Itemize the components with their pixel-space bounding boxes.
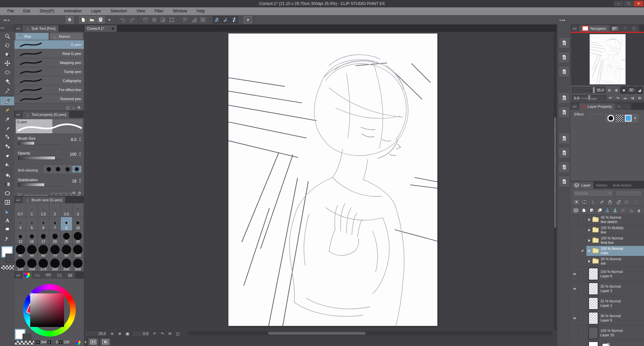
menu-animation[interactable]: Animation: [59, 7, 86, 15]
material-image-icon[interactable]: [558, 147, 570, 158]
delete-layer-icon[interactable]: [636, 207, 642, 214]
tone-effect-button[interactable]: [616, 115, 623, 122]
brush-size-40[interactable]: 40: [15, 245, 26, 258]
material-3d-icon[interactable]: [558, 161, 570, 173]
tool-figure[interactable]: [0, 189, 14, 198]
brush-size-100[interactable]: 100: [72, 245, 84, 258]
sub-tool-tab[interactable]: Sub Tool [Pen]: [22, 25, 58, 32]
color-mode-icon[interactable]: [76, 340, 80, 345]
tool-balloon[interactable]: [0, 225, 14, 234]
snap-to-ruler-icon[interactable]: [213, 16, 221, 23]
draft-layer-icon[interactable]: [598, 199, 605, 205]
tool-text[interactable]: A: [0, 216, 14, 225]
subtool-item-calligraphy[interactable]: Calligraphy: [14, 76, 84, 85]
tool-pen[interactable]: [0, 96, 14, 106]
layer-visibility-empty[interactable]: [571, 235, 579, 246]
color-wheel-tab[interactable]: [22, 272, 32, 279]
layer-row-layer-6[interactable]: 100 % NormalLayer 6: [571, 267, 644, 281]
snap-to-grid-icon[interactable]: [230, 16, 238, 23]
color-set-tab[interactable]: [43, 272, 54, 279]
menu-layer[interactable]: Layer: [86, 7, 106, 15]
anti-aliasing-none[interactable]: [44, 166, 53, 172]
effect-dropdown-icon[interactable]: ▼: [634, 117, 637, 120]
navigator-tab[interactable]: Navigator: [579, 25, 609, 32]
right-dock-arrows[interactable]: ◂▸▸: [556, 18, 569, 22]
brush-size-170[interactable]: 170: [38, 258, 49, 271]
layer-row-paper[interactable]: Paper: [571, 340, 644, 346]
document-tab[interactable]: Comic4.1*: [85, 25, 117, 32]
layer-visibility-eye-icon[interactable]: [571, 281, 579, 296]
brush-size-6[interactable]: 6: [38, 217, 49, 231]
save-dropdown-icon[interactable]: [105, 16, 113, 23]
horizontal-scrollbar-thumb[interactable]: [268, 332, 366, 335]
brush-size-12[interactable]: 12: [15, 231, 26, 245]
animation-tab[interactable]: ∿: [615, 103, 624, 110]
material-download-icon[interactable]: [558, 176, 570, 187]
layer-row-layer-2[interactable]: 35 % NormalLayer 2: [571, 281, 644, 296]
expand-folder-icon[interactable]: [588, 229, 590, 231]
navigator-preview[interactable]: [571, 33, 644, 85]
brush-size-50[interactable]: 50: [26, 245, 38, 258]
brush-size-7[interactable]: 7: [49, 217, 61, 231]
clip-studio-logo-icon[interactable]: [65, 16, 73, 23]
layer-row-layer-1[interactable]: 31 % NormalLayer 1: [571, 296, 644, 311]
open-file-icon[interactable]: [88, 16, 96, 23]
approx-color-tab[interactable]: [65, 272, 75, 279]
brush-size-80[interactable]: 80: [61, 245, 72, 258]
tool-eraser[interactable]: [0, 151, 14, 160]
quick-share-tab[interactable]: ⤴: [621, 25, 629, 32]
opacity-slider[interactable]: [18, 156, 61, 160]
tab-auto-action[interactable]: Auto Action: [610, 182, 634, 189]
expand-folder-icon[interactable]: [588, 218, 590, 221]
menu-view[interactable]: View: [132, 7, 150, 15]
tool-selection[interactable]: [0, 68, 14, 77]
layer-visibility-empty[interactable]: [571, 225, 579, 235]
layer-thumbnail[interactable]: [588, 312, 598, 325]
zoom-in-icon[interactable]: ⊕: [116, 331, 123, 337]
canvas-page[interactable]: [228, 33, 437, 326]
flip-horizontal-icon[interactable]: ◫: [174, 331, 181, 337]
tool-airbrush[interactable]: [0, 133, 14, 142]
panel-menu-icon[interactable]: ▸≡: [15, 197, 22, 203]
menu-storyp[interactable]: Story(P): [35, 7, 59, 15]
tool-ruler[interactable]: [0, 207, 14, 216]
copy-layer-icon[interactable]: [596, 207, 603, 214]
layer-thumbnail[interactable]: [588, 282, 598, 295]
opacity-spinner[interactable]: ▲▼: [79, 151, 81, 156]
layer-thumbnail[interactable]: [588, 297, 598, 310]
subtool-item-mapping-pen[interactable]: Mapping pen: [14, 58, 84, 67]
menu-filter[interactable]: Filter: [150, 7, 168, 15]
layer-visibility-empty[interactable]: [571, 326, 579, 340]
tool-move-page[interactable]: [0, 50, 14, 59]
layer-thumbnail[interactable]: [588, 268, 598, 280]
expand-folder-icon[interactable]: [588, 250, 590, 252]
reset-tool-icon[interactable]: ⟲: [72, 191, 75, 195]
subtool-item-for-effect-line[interactable]: For effect line: [14, 85, 84, 94]
tool-palette-header[interactable]: ▸≡: [0, 24, 14, 31]
maximize-button[interactable]: □: [624, 1, 633, 6]
panel-menu-icon[interactable]: ▸≡: [15, 25, 22, 32]
new-layer-dialog-icon[interactable]: [588, 207, 595, 214]
minimize-button[interactable]: –: [614, 1, 623, 6]
panel-menu-icon[interactable]: ▸≡: [572, 25, 578, 32]
saturation-value-square[interactable]: [30, 293, 64, 327]
tool-gradient[interactable]: [0, 180, 14, 189]
layer-thumbnail[interactable]: [588, 341, 598, 346]
layer-visibility-empty[interactable]: [571, 215, 579, 225]
panel-menu-icon[interactable]: ▸≡: [15, 272, 22, 279]
brush-size-1.5[interactable]: 1.5: [38, 203, 49, 217]
brush-size-60[interactable]: 60: [38, 245, 49, 258]
brush-size-0.7[interactable]: 0.7: [15, 203, 26, 217]
expand-folder-icon[interactable]: [588, 239, 590, 242]
transparent-swatch[interactable]: [14, 340, 35, 345]
snap-to-special-ruler-icon[interactable]: [221, 16, 229, 23]
brush-size-1[interactable]: 1: [26, 203, 38, 217]
layer-row-final-line[interactable]: 100 % Normalfinal line: [571, 235, 644, 246]
rotate-left-icon[interactable]: ↶: [151, 331, 158, 337]
new-subtool-icon[interactable]: □: [72, 106, 74, 110]
panel-menu-icon[interactable]: ▸≡: [572, 103, 578, 110]
sub-view-palette-icon[interactable]: [558, 37, 570, 49]
rotate-right-icon[interactable]: ↷: [159, 331, 166, 337]
brush-size-4[interactable]: 4: [15, 217, 26, 231]
tool-zoom[interactable]: [0, 31, 14, 41]
